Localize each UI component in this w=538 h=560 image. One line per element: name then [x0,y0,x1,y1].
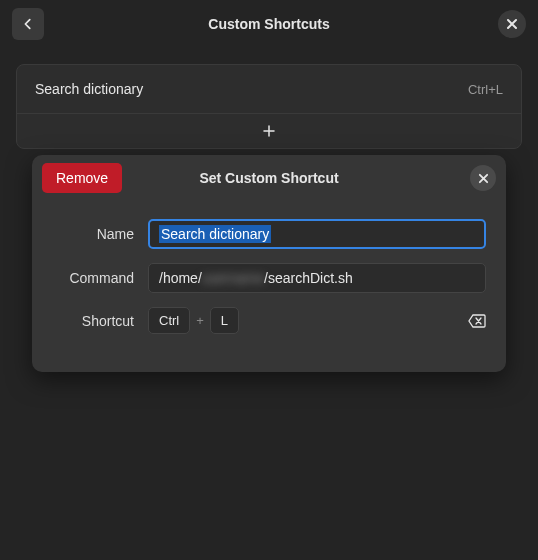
dialog-close-button[interactable] [470,165,496,191]
chevron-left-icon [21,17,35,31]
name-row: Name Search dictionary [52,219,486,249]
shortcut-label: Shortcut [52,313,148,329]
add-shortcut-button[interactable] [17,113,521,148]
back-button[interactable] [12,8,44,40]
shortcut-name: Search dictionary [35,81,143,97]
shortcut-keys: Ctrl+L [468,82,503,97]
command-input[interactable]: /home/username/searchDict.sh [148,263,486,293]
command-text-suffix: /searchDict.sh [264,270,353,286]
name-input-selection: Search dictionary [159,225,271,243]
shortcut-row: Shortcut Ctrl + L [52,307,486,334]
window-title: Custom Shortcuts [0,16,538,32]
close-button[interactable] [498,10,526,38]
close-icon [478,173,489,184]
name-input[interactable]: Search dictionary [148,219,486,249]
command-text-hidden: username [202,270,264,286]
command-label: Command [52,270,148,286]
content-area: Search dictionary Ctrl+L [0,48,538,165]
key-ctrl: Ctrl [148,307,190,334]
plus-separator: + [196,313,204,328]
key-l: L [210,307,239,334]
close-icon [506,18,518,30]
clear-shortcut-button[interactable] [468,314,486,328]
dialog-body: Name Search dictionary Command /home/use… [32,201,506,372]
dialog-header: Remove Set Custom Shortcut [32,155,506,201]
command-row: Command /home/username/searchDict.sh [52,263,486,293]
command-text-prefix: /home/ [159,270,202,286]
plus-icon [262,124,276,138]
shortcut-list-item[interactable]: Search dictionary Ctrl+L [17,65,521,113]
remove-button[interactable]: Remove [42,163,122,193]
name-label: Name [52,226,148,242]
set-shortcut-dialog: Remove Set Custom Shortcut Name Search d… [32,155,506,372]
shortcut-display[interactable]: Ctrl + L [148,307,468,334]
custom-shortcuts-window: Custom Shortcuts Search dictionary Ctrl+… [0,0,538,560]
backspace-icon [468,314,486,328]
header-bar: Custom Shortcuts [0,0,538,48]
shortcut-list: Search dictionary Ctrl+L [16,64,522,149]
